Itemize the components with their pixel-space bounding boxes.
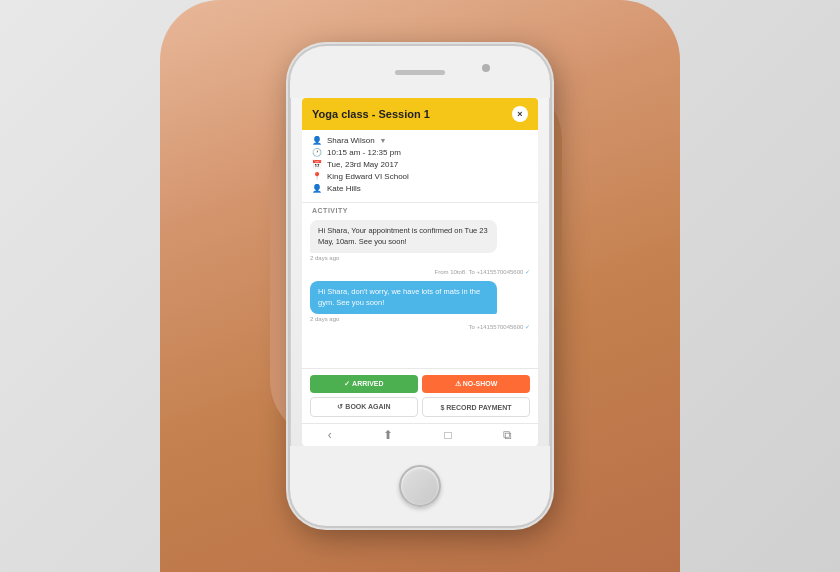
app-header: Yoga class - Session 1 × [302,98,538,130]
arrived-button[interactable]: ✓ ARRIVED [310,375,418,393]
to-label: To +1415570045600 [468,324,523,330]
dropdown-arrow-icon[interactable]: ▼ [380,137,387,144]
phone-bottom [290,446,550,526]
trainer-text: Kate Hills [327,184,361,193]
speaker [395,70,445,75]
messages-area: Hi Shara, Your appointment is confirmed … [302,216,538,368]
received-bubble-1: Hi Shara, Your appointment is confirmed … [310,220,497,253]
phone: Yoga class - Session 1 × 👤 Shara Wilson … [290,46,550,526]
info-row-date: 📅 Tue, 23rd May 2017 [312,160,528,169]
message-from-meta: From 10to8. To +1415570045600 ✓ [310,268,530,275]
action-row-1: ✓ ARRIVED ⚠ NO-SHOW [310,375,530,393]
message-meta-1: 2 days ago [310,255,530,261]
trainer-icon: 👤 [312,184,322,193]
info-row-location: 📍 King Edward VI School [312,172,528,181]
noshow-button[interactable]: ⚠ NO-SHOW [422,375,530,393]
record-payment-button[interactable]: $ RECORD PAYMENT [422,397,530,417]
share-nav-icon[interactable]: ⬆ [383,428,393,442]
info-row-time: 🕐 10:15 am - 12:35 pm [312,148,528,157]
person-icon: 👤 [312,136,322,145]
activity-label: ACTIVITY [302,203,538,216]
phone-top-bar [290,46,550,98]
action-row-2: ↺ BOOK AGAIN $ RECORD PAYMENT [310,397,530,417]
location-text: King Edward VI School [327,172,409,181]
message-text-3: Hi Shara, don't worry, we have lots of m… [318,287,489,308]
scene: Yoga class - Session 1 × 👤 Shara Wilson … [0,0,840,572]
info-section: 👤 Shara Wilson ▼ 🕐 10:15 am - 12:35 pm 📅… [302,130,538,203]
sent-bubble-3: Hi Shara, don't worry, we have lots of m… [310,281,497,314]
close-button[interactable]: × [512,106,528,122]
checkmark-1: ✓ [525,269,530,275]
checkmark-3: ✓ [525,324,530,330]
clock-icon: 🕐 [312,148,322,157]
from-text: From 10to8. To +1415570045600 [435,269,524,275]
phone-screen: Yoga class - Session 1 × 👤 Shara Wilson … [302,98,538,446]
tabs-nav-icon[interactable]: ⧉ [503,428,512,442]
bottom-nav: ‹ ⬆ □ ⧉ [302,423,538,446]
message-text-1: Hi Shara, Your appointment is confirmed … [318,226,489,247]
app-title: Yoga class - Session 1 [312,108,512,120]
message-bubble-3: Hi Shara, don't worry, we have lots of m… [310,281,530,330]
info-row-trainer: 👤 Kate Hills [312,184,528,193]
camera-dot [482,64,490,72]
time-text: 10:15 am - 12:35 pm [327,148,401,157]
location-icon: 📍 [312,172,322,181]
bookmarks-nav-icon[interactable]: □ [445,428,452,442]
calendar-icon: 📅 [312,160,322,169]
actions-section: ✓ ARRIVED ⚠ NO-SHOW ↺ BOOK AGAIN $ RECOR… [302,368,538,423]
message-bubble-1: Hi Shara, Your appointment is confirmed … [310,220,530,261]
info-row-person: 👤 Shara Wilson ▼ [312,136,528,145]
home-button[interactable] [399,465,441,507]
message-from-3: To +1415570045600 ✓ [310,323,530,330]
person-name: Shara Wilson [327,136,375,145]
date-text: Tue, 23rd May 2017 [327,160,398,169]
message-meta-3: 2 days ago [310,316,530,322]
book-again-button[interactable]: ↺ BOOK AGAIN [310,397,418,417]
back-nav-icon[interactable]: ‹ [328,428,332,442]
